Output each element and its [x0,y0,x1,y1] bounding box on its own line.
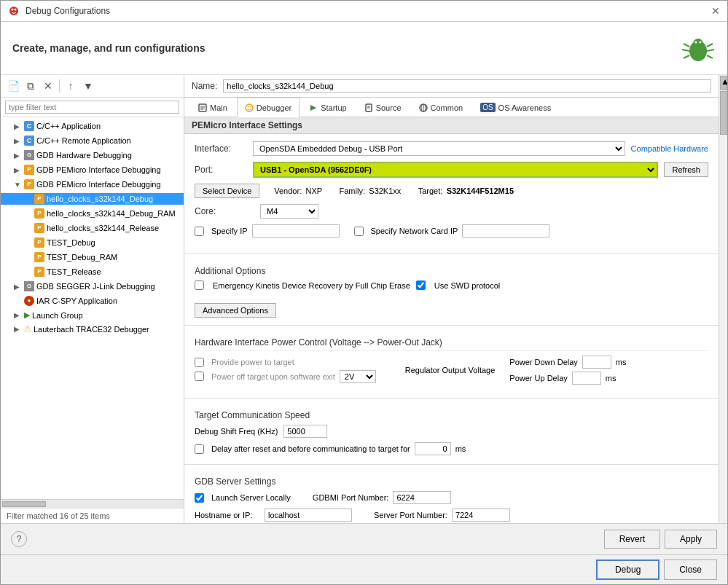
swd-checkbox[interactable] [416,280,426,290]
delay-controls: Power Down Delay ms Power Up Delay ms [509,356,626,385]
specify-ip-group: Specify IP [195,224,340,237]
refresh-button[interactable]: Refresh [664,162,708,177]
specify-ip-checkbox[interactable] [195,227,204,236]
power-off-row: Power off target upon software exit 2V [195,370,376,383]
dialog-footer: ? Revert Apply [1,523,727,554]
sidebar-item-label: hello_clocks_s32k144_Debug [47,195,153,203]
hostname-input[interactable] [265,509,352,522]
name-input[interactable] [223,79,711,93]
add-options-title: Additional Options [195,266,708,276]
delete-config-button[interactable]: ✕ [40,78,56,94]
delay-input[interactable] [415,442,451,455]
tab-common[interactable]: Common [411,98,471,117]
debug-icon: P [34,237,44,248]
help-button[interactable]: ? [11,531,27,547]
hostname-label: Hostname or IP: [195,511,260,519]
compatible-hardware-link[interactable]: Compatible Hardware [631,144,708,153]
divider2 [184,325,719,326]
hostname-group: Hostname or IP: [195,509,352,522]
divider3 [184,398,719,398]
scroll-up-arrow[interactable]: ▲ [720,76,727,90]
port-select[interactable]: USB1 - OpenSDA (9562DE0F) [253,162,658,178]
debug-icon: P [34,252,44,262]
network-ip-input[interactable] [462,224,549,237]
svg-point-1 [12,9,14,11]
expand-arrow: ▶ [14,283,24,291]
power-right: Regulator Output Voltage [405,366,496,374]
gdbmi-group: GDBMI Port Number: [313,491,452,504]
expand-arrow: ▶ [14,137,24,145]
dialog-body: 📄 ⧉ ✕ ↑ ▼ ▶ C C/C++ Applica [1,75,727,523]
apply-button[interactable]: Apply [665,530,717,549]
power-target-checkbox[interactable] [195,358,204,367]
gdbmi-label: GDBMI Port Number: [313,493,389,502]
section-header: PEMicro Interface Settings [184,117,719,134]
scroll-thumb[interactable] [2,501,46,507]
additional-options-section: Additional Options Emergency Kinetis Dev… [184,260,719,299]
port-label: Port: [195,165,253,175]
core-select[interactable]: M4 [260,204,318,219]
tab-main-label: Main [210,103,227,112]
close-button[interactable]: ✕ [711,5,720,17]
dialog-header: Create, manage, and run configurations [1,22,727,75]
expand-arrow: ▶ [14,311,24,319]
tab-source[interactable]: Source [356,98,410,117]
voltage-select[interactable]: 2V [340,370,376,383]
duplicate-config-button[interactable]: ⧉ [23,78,39,94]
core-row: Core: M4 [195,204,708,219]
more-options-button[interactable]: ▼ [80,78,96,94]
specify-network-checkbox[interactable] [354,227,364,236]
sidebar-toolbar: 📄 ⧉ ✕ ↑ ▼ [1,75,184,98]
delay-checkbox[interactable] [195,444,204,454]
divider4 [184,464,719,465]
list-item: P TEST_Debug [1,235,184,250]
launch-server-group: Launch Server Locally [195,493,291,503]
device-row: Select Device Vendor: NXP Family: S32K1x… [195,184,708,198]
power-down-label: Power Down Delay [509,358,578,366]
new-config-button[interactable]: 📄 [5,78,21,94]
power-down-input[interactable] [582,356,611,369]
tab-startup[interactable]: Startup [301,98,354,117]
power-off-checkbox[interactable] [195,372,204,381]
list-item: ▶ G GDB SEGGER J-Link Debugging [1,279,184,294]
gdb-server-row2: Hostname or IP: Server Port Number: [195,509,708,522]
ip-input[interactable] [252,224,340,237]
debug-shift-input[interactable] [283,425,327,438]
name-label: Name: [192,81,217,91]
interface-select[interactable]: OpenSDA Embedded Debug - USB Port [253,141,625,156]
emergency-checkbox[interactable] [195,280,204,290]
name-bar: Name: [184,75,719,98]
tab-debugger[interactable]: Debugger [237,98,300,117]
power-target-row: Provide power to target [195,358,376,367]
gdb-icon: G [24,150,34,160]
server-port-input[interactable] [452,509,510,522]
revert-button[interactable]: Revert [604,530,660,549]
sidebar-scrollbar[interactable] [1,499,184,508]
launch-server-checkbox[interactable] [195,493,204,503]
list-item: P hello_clocks_s32k144_Debug_RAM [1,206,184,221]
scroll-thumb-main[interactable] [720,91,727,135]
power-up-input[interactable] [572,372,601,385]
debug-button[interactable]: Debug [596,560,659,580]
startup-tab-icon [309,103,318,112]
svg-point-2 [15,9,17,11]
svg-point-0 [9,7,18,15]
filter-input[interactable] [5,101,179,114]
gdbmi-input[interactable] [393,491,451,504]
launch-icon: ▶ [24,310,30,320]
export-config-button[interactable]: ↑ [63,78,79,94]
tab-bar: Main Debugger Startup Source Common [184,98,719,117]
advanced-options-button[interactable]: Advanced Options [195,303,276,318]
main-scrollbar[interactable]: ▲ [719,75,727,523]
list-item: ▶ ⚠ Lauterbach TRACE32 Debugger [1,322,184,336]
interface-row: Interface: OpenSDA Embedded Debug - USB … [195,141,708,156]
specify-network-group: Specify Network Card IP [354,224,550,237]
selected-icon: P [34,194,44,204]
tab-os-awareness[interactable]: OS OS Awareness [472,98,559,117]
svg-line-5 [684,44,689,47]
close-button-footer[interactable]: Close [664,560,717,580]
svg-point-19 [249,106,251,108]
tab-main[interactable]: Main [190,98,235,117]
select-device-button[interactable]: Select Device [195,184,259,198]
debug-icon: P [34,208,44,219]
